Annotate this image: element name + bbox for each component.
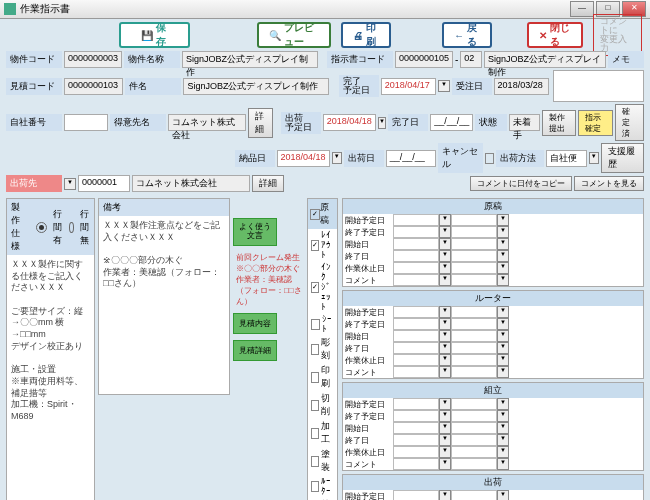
chk-6[interactable]: [311, 428, 319, 439]
sched-input[interactable]: [393, 318, 439, 330]
shukkasaki-detail-button[interactable]: 詳細: [252, 175, 284, 192]
save-button[interactable]: 💾保存: [119, 22, 190, 48]
chk-7[interactable]: [311, 456, 319, 467]
sched-input[interactable]: [393, 354, 439, 366]
remarks-textarea[interactable]: ＸＸＸ製作注意点などをご記入くださいＸＸＸ ※〇〇〇部分の木ぐ 作業者：美穂認（…: [99, 216, 229, 394]
chk-8[interactable]: [311, 481, 319, 492]
shukkabi-value[interactable]: __/__/__: [386, 150, 436, 167]
request-box[interactable]: コメントに 変更入力: [593, 14, 642, 56]
bukken-name-label: 物件名称: [124, 51, 180, 68]
shukkan-date[interactable]: 2018/04/18: [323, 114, 376, 131]
shukkasaki-label: 出荷先: [6, 175, 62, 192]
kanryo-label: 完了 予定日: [339, 75, 379, 97]
sched-input[interactable]: [393, 274, 439, 286]
sched-dd[interactable]: ▼: [439, 274, 451, 286]
sched-dd[interactable]: ▼: [439, 446, 451, 458]
close-button[interactable]: ✕閉じる: [527, 22, 583, 48]
sched-dd[interactable]: ▼: [439, 250, 451, 262]
chk-2[interactable]: [311, 319, 320, 330]
sched-dd[interactable]: ▼: [439, 458, 451, 470]
shukka-method-dd[interactable]: ▼: [589, 152, 599, 164]
minimize-button[interactable]: —: [570, 1, 594, 17]
sched-input[interactable]: [393, 238, 439, 250]
hensou-button[interactable]: 支援履歴: [601, 143, 644, 173]
kanryobi-value[interactable]: __/__/__: [430, 114, 473, 131]
shukkasaki-dd[interactable]: ▼: [64, 178, 76, 190]
tokui-detail-button[interactable]: 詳細: [248, 108, 273, 138]
gyou-ari-radio[interactable]: [36, 222, 47, 233]
sched-input[interactable]: [393, 490, 439, 500]
sched-dd[interactable]: ▼: [439, 330, 451, 342]
sched-dd[interactable]: ▼: [439, 238, 451, 250]
shukkabi-label: 出荷日: [344, 150, 384, 167]
sched-input[interactable]: [393, 214, 439, 226]
sched-dd[interactable]: ▼: [439, 306, 451, 318]
print-button[interactable]: 🖨印刷: [341, 22, 391, 48]
sched-input[interactable]: [393, 446, 439, 458]
chk-4[interactable]: [311, 372, 319, 383]
sched-input[interactable]: [393, 422, 439, 434]
sched-input[interactable]: [393, 342, 439, 354]
kakutei-button[interactable]: 確定済: [615, 104, 644, 141]
kenmei-value: SignJOBZ公式ディスプレイ制作: [183, 78, 329, 95]
chk-3[interactable]: [311, 344, 319, 355]
sched-dd[interactable]: ▼: [439, 318, 451, 330]
comment-copy-button[interactable]: コメントに日付をコピー: [470, 176, 572, 191]
chk-0[interactable]: ✓: [311, 240, 319, 251]
cancel-label: キャンセル: [438, 143, 483, 173]
shiji-kakutei-button[interactable]: 指示確定: [578, 110, 612, 136]
sched-input[interactable]: [393, 250, 439, 262]
sched-input[interactable]: [393, 226, 439, 238]
comment-view-button[interactable]: コメントを見る: [574, 176, 644, 191]
sched-input[interactable]: [393, 410, 439, 422]
shiji-code-value: 0000000105: [395, 51, 453, 68]
sched-input[interactable]: [393, 306, 439, 318]
shukkan-dd[interactable]: ▼: [378, 117, 386, 129]
chk-all[interactable]: ✓: [310, 209, 320, 220]
nohin-dd[interactable]: ▼: [332, 152, 342, 164]
sched-input[interactable]: [393, 458, 439, 470]
sched-dd[interactable]: ▼: [439, 422, 451, 434]
freq-phrase-button[interactable]: よく使う 文言: [233, 218, 277, 246]
shukka-method-value[interactable]: 自社便: [546, 150, 587, 167]
sched-dd[interactable]: ▼: [439, 398, 451, 410]
chk-1[interactable]: ✓: [311, 282, 319, 293]
sched-dd[interactable]: ▼: [439, 410, 451, 422]
kanryo-dd[interactable]: ▼: [438, 80, 449, 92]
kenmei-label: 件名: [125, 78, 181, 95]
sched-input[interactable]: [393, 366, 439, 378]
kanryobi-label: 完了日: [388, 114, 428, 131]
spec-textarea[interactable]: ＸＸＸ製作に関する仕様をご記入くださいＸＸＸ ご要望サイズ：縦→〇〇mm 横→□…: [7, 255, 94, 433]
sched-dd[interactable]: ▼: [439, 354, 451, 366]
sched-dd[interactable]: ▼: [439, 434, 451, 446]
chk-5[interactable]: [311, 400, 319, 411]
tokui-label: 得意先名: [110, 114, 166, 131]
sched-input[interactable]: [393, 398, 439, 410]
status-label: 状態: [475, 114, 507, 131]
sched-dd[interactable]: ▼: [439, 366, 451, 378]
spec-header: 製作仕様: [11, 201, 24, 253]
memo-field[interactable]: [553, 70, 644, 102]
back-button[interactable]: ←戻る: [442, 22, 492, 48]
sched-input[interactable]: [393, 330, 439, 342]
sched-dd[interactable]: ▼: [439, 490, 451, 500]
app-icon: [4, 3, 16, 15]
gyou-nashi-radio[interactable]: [69, 222, 74, 233]
shiji-code-label: 指示書コード: [327, 51, 393, 68]
bukken-name-value: SignJOBZ公式ディスプレイ制作: [182, 51, 318, 68]
preview-button[interactable]: 🔍プレビュー: [257, 22, 332, 48]
kanryo-date[interactable]: 2018/04/17: [381, 78, 437, 95]
estimate-detail-button[interactable]: 見積詳細: [233, 340, 277, 361]
sched-dd[interactable]: ▼: [439, 226, 451, 238]
sched-dd[interactable]: ▼: [439, 214, 451, 226]
sched-dd[interactable]: ▼: [439, 262, 451, 274]
nohin-date[interactable]: 2018/04/18: [277, 150, 330, 167]
estimate-content-button[interactable]: 見積内容: [233, 313, 277, 334]
sched-input[interactable]: [393, 434, 439, 446]
cancel-checkbox[interactable]: [485, 153, 494, 164]
sched-input[interactable]: [393, 262, 439, 274]
sched-dd[interactable]: ▼: [439, 342, 451, 354]
shukkasaki-code[interactable]: 0000001: [78, 175, 130, 192]
jisha-input[interactable]: [64, 114, 108, 131]
seizo-button[interactable]: 製作提出: [542, 110, 576, 136]
